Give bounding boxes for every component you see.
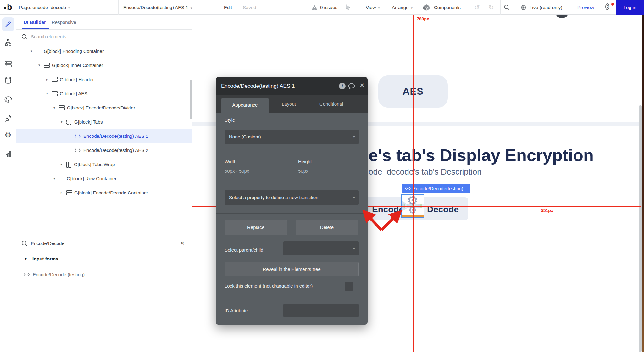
- filter-elements-input[interactable]: [31, 236, 182, 250]
- lock-element-checkbox[interactable]: [345, 282, 353, 291]
- settings-gear-icon[interactable]: ⚙: [4, 131, 11, 140]
- tree-label: G[block] Header: [60, 77, 94, 82]
- rows-group-icon: [52, 91, 57, 96]
- globe-icon: [520, 4, 527, 11]
- tree-label: G[block] Encode/Decode/Divider: [67, 105, 135, 110]
- page-dropdown[interactable]: Page: encode_decode: [19, 0, 70, 15]
- redo-icon[interactable]: ↻: [488, 0, 494, 15]
- search-icon[interactable]: [504, 4, 510, 10]
- result-item-row[interactable]: Encode/Decode (testing): [16, 267, 192, 282]
- tree-row[interactable]: G[block] Tabs Wrap: [16, 157, 192, 171]
- selected-element-badge[interactable]: Encode/Decode(testing)...: [402, 184, 470, 193]
- tree-row[interactable]: G[block] Encode/Decode Container: [16, 186, 192, 200]
- tree-row[interactable]: G[block] Encoding Container: [16, 44, 192, 58]
- warning-icon: [311, 5, 318, 10]
- help-icon[interactable]: ?: [605, 3, 613, 12]
- chevron-down-icon[interactable]: [53, 106, 59, 110]
- chevron-right-icon[interactable]: [46, 77, 52, 81]
- element-filter-row: ✕: [16, 236, 192, 250]
- tree-scrollbar[interactable]: [190, 80, 192, 119]
- reveal-in-tree-button[interactable]: Reveal in the Elements tree: [225, 262, 359, 276]
- element-dropdown[interactable]: Encode/Decode(testing) AES 1: [123, 0, 192, 15]
- chevron-down-icon[interactable]: [61, 120, 66, 124]
- delete-button[interactable]: Delete: [296, 220, 358, 235]
- search-icon: [21, 34, 28, 40]
- bubble-editor-window: AES e's tab's Display Encryption ode_dec…: [0, 0, 644, 352]
- height-label: Height: [298, 159, 312, 164]
- code-icon: [24, 272, 30, 277]
- undo-icon[interactable]: ↺: [474, 0, 480, 15]
- chevron-down-icon[interactable]: [46, 92, 52, 96]
- elements-tree: G[block] Encoding Container G[block] Inn…: [16, 44, 192, 200]
- tree-label: G[block] Tabs: [74, 119, 103, 125]
- design-pencil-icon[interactable]: [5, 21, 12, 28]
- tree-label: G[block] Encode/Decode Container: [74, 190, 148, 195]
- cursor-icon[interactable]: [345, 4, 350, 10]
- id-attribute-input[interactable]: [283, 304, 359, 317]
- saved-status: Saved: [243, 0, 256, 15]
- tree-row[interactable]: G[block] AES: [16, 87, 192, 101]
- info-icon[interactable]: i: [339, 83, 346, 89]
- database-icon[interactable]: [4, 76, 12, 84]
- tab-conditional[interactable]: Conditional: [319, 95, 343, 113]
- parent-child-select[interactable]: [283, 241, 359, 255]
- replace-button[interactable]: Replace: [225, 220, 287, 235]
- tab-responsive[interactable]: Responsive: [52, 15, 76, 30]
- toolbar-separator: [118, 0, 119, 15]
- issues-counter[interactable]: 0 issues: [320, 0, 337, 15]
- window-edge-strip: [642, 15, 644, 352]
- chevron-right-icon[interactable]: [61, 162, 66, 166]
- tree-row[interactable]: G[block] Row Container: [16, 171, 192, 186]
- toolbar-separator: [500, 0, 501, 15]
- view-menu[interactable]: View: [366, 0, 380, 15]
- divider: [216, 213, 368, 214]
- comment-icon[interactable]: [348, 83, 355, 89]
- login-button[interactable]: Log in: [616, 0, 644, 15]
- clear-search-icon[interactable]: ✕: [180, 240, 185, 247]
- code-icon: [405, 187, 411, 190]
- tree-row-selected[interactable]: Encode/Decode(testing) AES 1: [16, 129, 192, 143]
- result-group-row[interactable]: ▼ Input forms: [16, 250, 192, 267]
- workflow-icon[interactable]: [4, 39, 12, 46]
- server-icon[interactable]: [4, 61, 12, 68]
- styles-palette-icon[interactable]: [4, 96, 12, 103]
- tab-appearance[interactable]: Appearance: [221, 98, 269, 113]
- bubble-logo[interactable]: b: [7, 0, 12, 15]
- toolbar-separator: [516, 0, 516, 15]
- chevron-down-icon[interactable]: [53, 176, 59, 181]
- chevron-down-icon[interactable]: ▼: [24, 256, 28, 261]
- property-editor-dialog[interactable]: Encode/Decode(testing) AES 1 i ✕ Appeara…: [216, 77, 368, 325]
- arrange-menu[interactable]: Arrange: [392, 0, 413, 15]
- preview-button[interactable]: Preview: [577, 0, 594, 15]
- chevron-down-icon[interactable]: [31, 49, 36, 53]
- style-select-value: None (Custom): [229, 130, 261, 144]
- edit-menu[interactable]: Edit: [224, 0, 232, 15]
- tree-label: G[block] Tabs Wrap: [74, 162, 115, 167]
- tree-row[interactable]: G[block] Header: [16, 72, 192, 87]
- tree-label: G[block] AES: [60, 91, 87, 96]
- style-select[interactable]: None (Custom): [225, 130, 359, 144]
- panel-tabs: UI Builder Responsive: [16, 15, 192, 30]
- divider: [216, 184, 368, 184]
- chevron-right-icon[interactable]: [61, 191, 66, 195]
- tab-ui-builder[interactable]: UI Builder: [24, 15, 46, 30]
- tree-row[interactable]: G[block] Encode/Decode/Divider: [16, 101, 192, 115]
- canvas-scrollbar[interactable]: [639, 105, 642, 352]
- transition-select[interactable]: Select a property to define a new transi…: [225, 190, 359, 205]
- logs-chart-icon[interactable]: [5, 151, 12, 158]
- dialog-tabs: Appearance Layout Conditional: [216, 95, 368, 113]
- plugins-plug-icon[interactable]: [4, 115, 12, 122]
- live-mode-label[interactable]: Live (read-only): [530, 0, 562, 15]
- tree-row[interactable]: Encode/Decode(testing) AES 2: [16, 143, 192, 157]
- tab-layout[interactable]: Layout: [282, 95, 296, 113]
- tree-row[interactable]: G[block] Inner Container: [16, 58, 192, 72]
- dialog-header[interactable]: Encode/Decode(testing) AES 1 i ✕: [216, 77, 368, 95]
- search-elements-input[interactable]: [31, 30, 182, 44]
- active-tab-underline: [22, 28, 49, 29]
- components-menu[interactable]: Components: [434, 0, 461, 15]
- rows-group-icon: [66, 190, 71, 195]
- badge-label: Encode/Decode(testing)...: [413, 186, 467, 191]
- tree-row[interactable]: G[block] Tabs: [16, 115, 192, 129]
- close-icon[interactable]: ✕: [360, 82, 364, 89]
- chevron-down-icon[interactable]: [38, 63, 44, 67]
